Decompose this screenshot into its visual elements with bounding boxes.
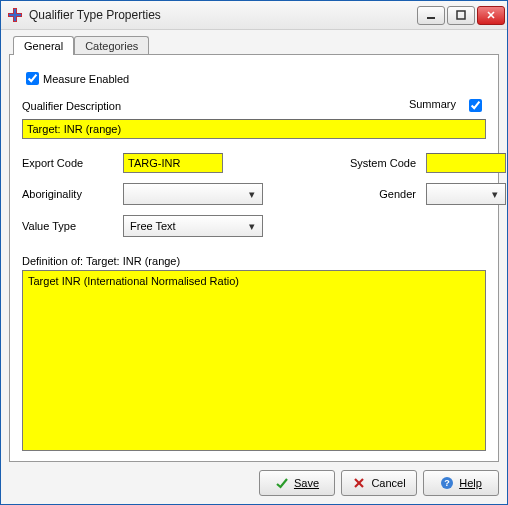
svg-rect-4 [427,17,435,19]
definition-label: Definition of: Target: INR (range) [22,255,486,267]
save-button[interactable]: Save [259,470,335,496]
measure-enabled-checkbox[interactable] [26,72,39,85]
aboriginality-label: Aboriginality [22,188,117,200]
cancel-button[interactable]: Cancel [341,470,417,496]
maximize-button[interactable] [447,6,475,25]
svg-rect-3 [9,14,21,16]
value-type-dropdown[interactable]: Free Text ▾ [123,215,263,237]
window-buttons [417,6,505,25]
export-code-input[interactable] [123,153,223,173]
tab-categories-label: Categories [85,40,138,52]
summary-checkbox[interactable] [469,99,482,112]
chevron-down-icon: ▾ [487,188,503,201]
gender-label: Gender [345,188,420,200]
export-code-label: Export Code [22,157,117,169]
svg-text:?: ? [444,478,450,488]
help-button[interactable]: ? Help [423,470,499,496]
minimize-button[interactable] [417,6,445,25]
chevron-down-icon: ▾ [244,188,260,201]
chevron-down-icon: ▾ [244,220,260,233]
gender-dropdown[interactable]: ▾ [426,183,506,205]
check-icon [275,476,289,490]
cancel-button-label: Cancel [371,477,405,489]
summary-label: Summary [409,98,456,110]
aboriginality-dropdown[interactable]: ▾ [123,183,263,205]
measure-enabled-label: Measure Enabled [43,73,129,85]
window-title: Qualifier Type Properties [29,8,417,22]
tab-strip: General Categories [9,36,499,55]
x-icon [352,476,366,490]
qualifier-desc-row [22,119,486,139]
save-button-label: Save [294,477,319,489]
general-panel: Measure Enabled Qualifier Description Su… [9,54,499,462]
button-bar: Save Cancel ? Help [9,462,499,496]
qualifier-desc-header-row: Qualifier Description Summary [22,96,486,115]
help-icon: ? [440,476,454,490]
window: Qualifier Type Properties General Catego… [0,0,508,505]
system-code-input[interactable] [426,153,506,173]
app-icon [7,7,23,23]
help-button-label: Help [459,477,482,489]
titlebar: Qualifier Type Properties [1,1,507,30]
qualifier-description-label: Qualifier Description [22,100,121,112]
value-type-label: Value Type [22,220,117,232]
tab-general[interactable]: General [13,36,74,55]
tab-general-label: General [24,40,63,52]
definition-area: Definition of: Target: INR (range) [22,255,486,451]
definition-textarea[interactable] [22,270,486,451]
value-type-value: Free Text [130,220,176,232]
measure-enabled-row: Measure Enabled [22,69,486,88]
client-area: General Categories Measure Enabled Quali… [1,30,507,504]
system-code-label: System Code [345,157,420,169]
svg-rect-5 [457,11,465,19]
qualifier-description-input[interactable] [22,119,486,139]
close-button[interactable] [477,6,505,25]
summary-group: Summary [409,96,486,115]
tab-categories[interactable]: Categories [74,36,149,55]
codes-grid: Export Code System Code Aboriginality ▾ … [22,153,486,237]
